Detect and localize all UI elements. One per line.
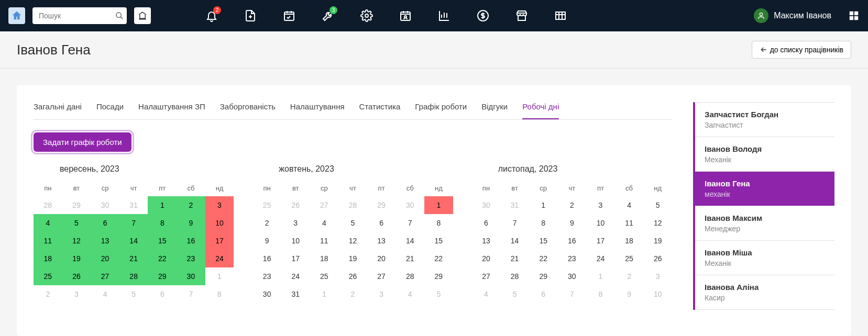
calendar-day[interactable]: 1: [310, 285, 339, 303]
calendar-day[interactable]: 25: [615, 250, 644, 267]
calendar-day[interactable]: 25: [310, 267, 339, 285]
calendar-day[interactable]: 4: [34, 214, 62, 232]
calendar-user-button[interactable]: [399, 9, 412, 22]
calendar-day[interactable]: 26: [281, 196, 310, 214]
calendar-day[interactable]: 31: [500, 196, 529, 214]
calendar-day[interactable]: 24: [586, 250, 615, 267]
calendar-check-button[interactable]: [283, 9, 295, 22]
calendar-day[interactable]: 30: [177, 267, 205, 285]
search-icon[interactable]: [115, 12, 124, 20]
calendar-day[interactable]: 11: [615, 214, 644, 232]
calendar-day[interactable]: 8: [205, 285, 234, 303]
calendar-day[interactable]: 12: [338, 232, 367, 250]
calendar-day[interactable]: 4: [615, 196, 644, 214]
calendar-day[interactable]: 29: [367, 196, 396, 214]
user-menu[interactable]: Максим Іванов: [754, 8, 831, 23]
calendar-day[interactable]: 21: [395, 250, 424, 267]
calendar-day[interactable]: 3: [281, 214, 310, 232]
calendar-day[interactable]: 31: [119, 196, 148, 214]
calendar-day[interactable]: 10: [586, 214, 615, 232]
calendar-day[interactable]: 7: [558, 285, 587, 303]
calendar-day[interactable]: 5: [338, 214, 367, 232]
calendar-day[interactable]: 2: [615, 267, 644, 285]
calendar-day[interactable]: 28: [338, 196, 367, 214]
employee-item[interactable]: Іванов ВолодяМеханік: [695, 137, 834, 172]
calendar-day[interactable]: 31: [281, 285, 310, 303]
calendar-day[interactable]: 7: [119, 214, 148, 232]
calendar-day[interactable]: 20: [367, 250, 396, 267]
calendar-day[interactable]: 11: [34, 232, 62, 250]
calendar-day[interactable]: 22: [529, 250, 558, 267]
calendar-day[interactable]: 21: [500, 250, 529, 267]
calendar-day[interactable]: 29: [529, 267, 558, 285]
calendar-day[interactable]: 19: [643, 232, 672, 250]
calendar-day[interactable]: 2: [34, 285, 62, 303]
calendar-day[interactable]: 7: [177, 285, 205, 303]
calendar-day[interactable]: 8: [424, 214, 453, 232]
calendar-day[interactable]: 28: [500, 267, 529, 285]
calendar-day[interactable]: 29: [62, 196, 91, 214]
calendar-day[interactable]: 15: [148, 232, 177, 250]
calendar-day[interactable]: 23: [252, 267, 281, 285]
calendar-day[interactable]: 13: [367, 232, 396, 250]
notifications-button[interactable]: 2: [205, 9, 218, 22]
calendar-day[interactable]: 30: [395, 196, 424, 214]
table-button[interactable]: [554, 9, 567, 22]
calendar-day[interactable]: 26: [643, 250, 672, 267]
calendar-day[interactable]: 13: [91, 232, 119, 250]
calendar-day[interactable]: 28: [395, 267, 424, 285]
calendar-day[interactable]: 2: [338, 285, 367, 303]
calendar-day[interactable]: 5: [500, 285, 529, 303]
calendar-day[interactable]: 24: [205, 250, 234, 267]
calendar-day[interactable]: 24: [281, 267, 310, 285]
calendar-day[interactable]: 30: [558, 267, 587, 285]
calendar-day[interactable]: 5: [119, 285, 148, 303]
calendar-day[interactable]: 9: [177, 214, 205, 232]
calendar-day[interactable]: 17: [205, 232, 234, 250]
calendar-day[interactable]: 6: [367, 214, 396, 232]
calendar-day[interactable]: 23: [558, 250, 587, 267]
calendar-day[interactable]: 27: [367, 267, 396, 285]
calendar-day[interactable]: 30: [252, 285, 281, 303]
calendar-day[interactable]: 3: [62, 285, 91, 303]
calendar-day[interactable]: 1: [205, 267, 234, 285]
calendar-day[interactable]: 3: [205, 196, 234, 214]
calendar-day[interactable]: 4: [91, 285, 119, 303]
calendar-day[interactable]: 15: [424, 232, 453, 250]
calendar-day[interactable]: 3: [643, 267, 672, 285]
calendar-day[interactable]: 14: [395, 232, 424, 250]
tab-7[interactable]: Відгуки: [481, 102, 508, 119]
calendar-day[interactable]: 28: [34, 196, 62, 214]
calendar-day[interactable]: 8: [148, 214, 177, 232]
finance-button[interactable]: [477, 9, 489, 22]
calendar-day[interactable]: 6: [148, 285, 177, 303]
tab-2[interactable]: Налаштування ЗП: [138, 102, 205, 119]
calendar-day[interactable]: 25: [252, 196, 281, 214]
calendar-day[interactable]: 7: [395, 214, 424, 232]
add-document-button[interactable]: [244, 9, 257, 22]
calendar-day[interactable]: 20: [472, 250, 501, 267]
calendar-day[interactable]: 2: [177, 196, 205, 214]
calendar-day[interactable]: 21: [119, 250, 148, 267]
tools-button[interactable]: 3: [322, 9, 334, 22]
home-button[interactable]: [8, 7, 25, 24]
calendar-day[interactable]: 18: [615, 232, 644, 250]
calendar-day[interactable]: 16: [252, 250, 281, 267]
calendar-day[interactable]: 1: [586, 267, 615, 285]
calendar-day[interactable]: 26: [62, 267, 91, 285]
employee-item[interactable]: Іванов Генамеханік: [695, 172, 834, 206]
calendar-day[interactable]: 22: [148, 250, 177, 267]
calendar-day[interactable]: 22: [424, 250, 453, 267]
calendar-day[interactable]: 16: [177, 232, 205, 250]
calendar-day[interactable]: 1: [424, 196, 453, 214]
employee-item[interactable]: Іванов МаксимМенеджер: [695, 206, 834, 241]
tab-8[interactable]: Робочі дні: [522, 102, 559, 119]
calendar-day[interactable]: 9: [558, 214, 587, 232]
calendar-day[interactable]: 16: [558, 232, 587, 250]
calendar-day[interactable]: 14: [500, 232, 529, 250]
calendar-day[interactable]: 9: [252, 232, 281, 250]
employee-item[interactable]: Іванов МішаМеханік: [695, 241, 834, 275]
bank-button[interactable]: [134, 7, 151, 24]
calendar-day[interactable]: 30: [472, 196, 501, 214]
calendar-day[interactable]: 3: [586, 196, 615, 214]
